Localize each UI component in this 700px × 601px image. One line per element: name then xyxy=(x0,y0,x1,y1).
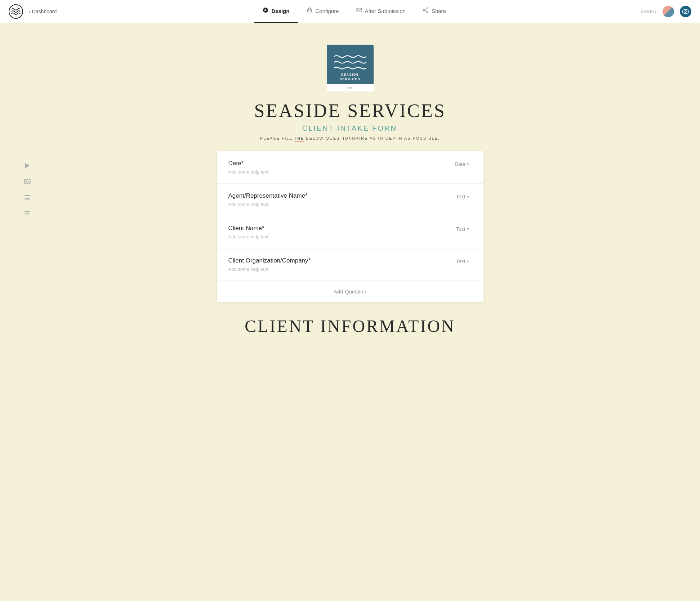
field-client-type-selector[interactable]: Text ▾ xyxy=(453,225,472,233)
svg-rect-17 xyxy=(24,213,29,214)
required-marker: * xyxy=(262,225,264,232)
svg-point-5 xyxy=(427,11,428,13)
section-title: CLIENT INFORMATION xyxy=(217,316,483,343)
svg-rect-18 xyxy=(24,215,30,215)
chevron-down-icon: ▾ xyxy=(467,227,469,232)
field-org-header: Client Organization/Company* Add some he… xyxy=(228,257,472,272)
field-client-label-wrapper: Client Name* Add some help text xyxy=(228,225,268,239)
tab-after-submission[interactable]: After Submission xyxy=(348,0,414,23)
tab-design[interactable]: Design xyxy=(254,0,298,23)
field-agent-type-selector[interactable]: Text ▾ xyxy=(453,192,472,201)
description-highlight: THE xyxy=(294,136,304,142)
form-logo: SEASIDE SERVICES LTD. xyxy=(327,45,374,91)
play-button[interactable] xyxy=(22,160,33,171)
field-client-org: Client Organization/Company* Add some he… xyxy=(217,248,483,281)
form-title: SEASIDE SERVICES xyxy=(217,100,483,121)
back-label: Dashboard xyxy=(32,9,57,14)
field-agent-label-wrapper: Agent/Representative Name* Add some help… xyxy=(228,192,308,207)
field-date-label: Date* xyxy=(228,160,268,167)
field-client-help[interactable]: Add some help text xyxy=(228,234,268,239)
theme-button[interactable] xyxy=(663,6,674,17)
nav-tabs: Design Configure After Submission xyxy=(68,0,641,23)
tab-after-submission-label: After Submission xyxy=(365,8,406,14)
tab-configure-label: Configure xyxy=(315,8,339,14)
chevron-down-icon: ▾ xyxy=(467,194,469,199)
app-logo xyxy=(9,4,23,19)
preview-button[interactable] xyxy=(680,6,691,17)
image-button[interactable] xyxy=(22,176,33,187)
field-date-help[interactable]: Add some help text xyxy=(228,169,268,175)
field-agent-name: Agent/Representative Name* Add some help… xyxy=(217,184,483,216)
field-agent-label: Agent/Representative Name* xyxy=(228,192,308,199)
description-post: BELOW QUESTIONNAIRE AS IN-DEPTH AS POSSI… xyxy=(304,136,440,140)
tab-design-label: Design xyxy=(271,8,289,14)
field-date: Date* Add some help text Date ▾ xyxy=(217,151,483,184)
after-submission-icon xyxy=(356,7,362,14)
saved-status: SAVED xyxy=(641,9,657,14)
text-block-button[interactable] xyxy=(22,207,33,219)
form-card: Date* Add some help text Date ▾ Agent/Re xyxy=(217,151,483,302)
back-to-dashboard[interactable]: ‹ Dashboard xyxy=(29,9,57,14)
field-date-type-selector[interactable]: Date ▾ xyxy=(452,160,472,169)
field-agent-help[interactable]: Add some help text xyxy=(228,202,308,207)
required-marker: * xyxy=(308,257,311,264)
svg-point-9 xyxy=(685,11,686,12)
field-agent-type-label: Text xyxy=(456,194,465,199)
svg-rect-13 xyxy=(24,195,30,196)
svg-rect-11 xyxy=(24,179,30,184)
field-client-label: Client Name* xyxy=(228,225,268,232)
field-date-header: Date* Add some help text Date ▾ xyxy=(228,160,472,175)
field-date-type-label: Date xyxy=(455,161,465,167)
svg-point-0 xyxy=(9,5,23,18)
description-pre: PLEASE FILL xyxy=(260,136,294,140)
configure-icon xyxy=(307,7,312,14)
form-description: PLEASE FILL THE BELOW QUESTIONNAIRE AS I… xyxy=(217,136,483,140)
svg-point-6 xyxy=(423,9,425,11)
nav-right: SAVED xyxy=(641,6,691,17)
add-question-button[interactable]: Add Question xyxy=(217,281,483,302)
design-icon xyxy=(263,7,268,14)
tab-share-label: Share xyxy=(432,8,446,14)
field-org-help[interactable]: Add some help text xyxy=(228,266,311,272)
field-org-label-wrapper: Client Organization/Company* Add some he… xyxy=(228,257,311,272)
share-icon xyxy=(423,7,429,14)
svg-point-12 xyxy=(26,180,27,181)
form-logo-wrapper: SEASIDE SERVICES LTD. xyxy=(217,45,483,91)
field-org-label: Client Organization/Company* xyxy=(228,257,311,264)
required-marker: * xyxy=(305,192,308,199)
field-agent-header: Agent/Representative Name* Add some help… xyxy=(228,192,472,207)
svg-rect-3 xyxy=(357,8,362,12)
svg-marker-10 xyxy=(25,163,30,168)
field-client-header: Client Name* Add some help text Text ▾ xyxy=(228,225,472,239)
field-org-type-label: Text xyxy=(456,259,465,264)
chevron-down-icon: ▾ xyxy=(467,162,469,167)
required-marker: * xyxy=(241,160,244,167)
main-content: SEASIDE SERVICES LTD. SEASIDE SERVICES C… xyxy=(0,23,700,601)
field-client-name: Client Name* Add some help text Text ▾ xyxy=(217,216,483,248)
field-org-type-selector[interactable]: Text ▾ xyxy=(453,257,472,266)
logo-brand-text: SEASIDE SERVICES xyxy=(340,72,360,81)
svg-point-2 xyxy=(309,9,311,11)
left-toolbar xyxy=(22,160,33,219)
logo-waves xyxy=(334,54,366,69)
divider-button[interactable] xyxy=(22,192,33,203)
field-client-type-label: Text xyxy=(456,226,465,232)
svg-rect-14 xyxy=(24,197,30,197)
logo-bottom-bar: LTD. xyxy=(327,84,374,91)
field-date-label-wrapper: Date* Add some help text xyxy=(228,160,268,175)
svg-rect-16 xyxy=(24,211,30,212)
form-container: SEASIDE SERVICES LTD. SEASIDE SERVICES C… xyxy=(217,45,483,579)
svg-point-4 xyxy=(427,8,428,9)
form-subtitle: CLIENT INTAKE FORM xyxy=(217,124,483,133)
svg-rect-15 xyxy=(24,198,30,199)
tab-share[interactable]: Share xyxy=(414,0,455,23)
back-chevron-icon: ‹ xyxy=(29,9,31,14)
chevron-down-icon: ▾ xyxy=(467,259,469,264)
top-navigation: ‹ Dashboard Design Configure xyxy=(0,0,700,23)
tab-configure[interactable]: Configure xyxy=(298,0,347,23)
